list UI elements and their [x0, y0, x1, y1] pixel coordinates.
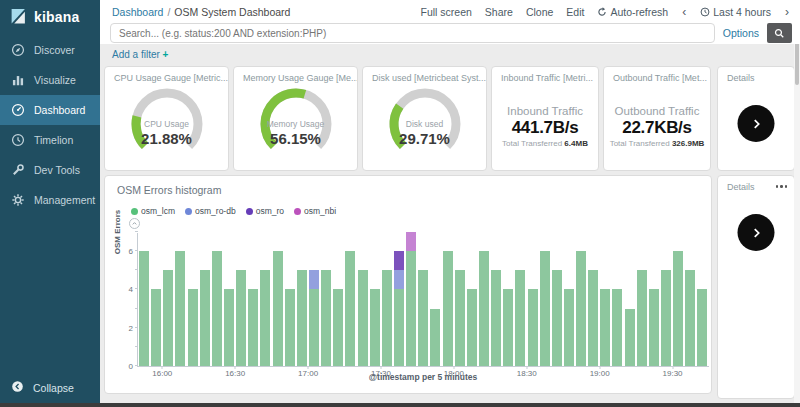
search-options-link[interactable]: Options	[723, 27, 759, 39]
histogram-bar[interactable]	[637, 270, 647, 366]
histogram-bar[interactable]	[236, 270, 246, 366]
y-tick-label: 0	[129, 362, 138, 371]
histogram-bar[interactable]	[188, 289, 198, 366]
legend-item-osm_ro-db[interactable]: osm_ro-db	[185, 206, 236, 216]
search-icon	[774, 28, 785, 39]
histogram-bar[interactable]	[248, 289, 258, 366]
histogram-bar[interactable]	[394, 251, 404, 366]
histogram-bar[interactable]	[515, 270, 525, 366]
plus-icon: +	[163, 49, 169, 60]
sidebar-item-visualize[interactable]: Visualize	[0, 65, 100, 95]
histogram-bar[interactable]	[260, 270, 270, 366]
histogram-bar[interactable]	[661, 270, 671, 366]
share-button[interactable]: Share	[485, 6, 513, 18]
toolbar: Full screen Share Clone Edit Auto-refres…	[421, 5, 791, 19]
histogram-bar[interactable]	[358, 270, 368, 366]
breadcrumb-separator: /	[163, 6, 174, 18]
histogram-bar[interactable]	[139, 251, 149, 366]
visualize-icon	[11, 73, 25, 87]
y-axis-label: OSM Errors	[113, 172, 122, 292]
disk-gauge-panel[interactable]: Disk used [Metricbeat Syst... Disk used …	[362, 66, 487, 171]
search-submit-button[interactable]	[767, 23, 792, 43]
histogram-bar[interactable]	[625, 309, 635, 366]
panel-title: Inbound Traffic [Metri...	[492, 67, 598, 83]
histogram-bar[interactable]	[491, 270, 501, 366]
sidebar-item-timelion[interactable]: Timelion	[0, 125, 100, 155]
histogram-bar[interactable]	[333, 289, 343, 366]
legend-item-osm_nbi[interactable]: osm_nbi	[294, 206, 336, 216]
histogram-bar[interactable]	[479, 251, 489, 366]
sidebar-item-management[interactable]: Management	[0, 185, 100, 215]
sidebar: kibana DiscoverVisualizeDashboardTimelio…	[0, 0, 100, 403]
top-bar: Dashboard/OSM System Dashboard Full scre…	[100, 0, 800, 44]
memory-gauge-panel[interactable]: Memory Usage Gauge [Me... Memory Usage 5…	[233, 66, 358, 171]
histogram-bar[interactable]	[151, 289, 161, 366]
legend-item-osm_ro[interactable]: osm_ro	[246, 206, 284, 216]
legend-item-osm_lcm[interactable]: osm_lcm	[131, 206, 175, 216]
sidebar-collapse-button[interactable]: Collapse	[0, 380, 100, 395]
add-filter-button[interactable]: Add a filter +	[112, 49, 168, 60]
histogram-bar[interactable]	[564, 289, 574, 366]
auto-refresh-button[interactable]: Auto-refresh	[597, 6, 668, 18]
histogram-bar[interactable]	[175, 251, 185, 366]
kibana-logo[interactable]: kibana	[0, 0, 100, 35]
histogram-bar[interactable]	[321, 270, 331, 366]
histogram-bar[interactable]	[370, 289, 380, 366]
panel-menu-icon[interactable]	[776, 185, 788, 188]
metric-value: 22.7KB/s	[604, 118, 710, 138]
histogram-bar[interactable]	[212, 251, 222, 366]
details-open-button[interactable]	[738, 105, 775, 142]
histogram-bar[interactable]	[455, 270, 465, 366]
sidebar-item-discover[interactable]: Discover	[0, 35, 100, 65]
histogram-bar[interactable]	[649, 289, 659, 366]
histogram-bar[interactable]	[285, 289, 295, 366]
histogram-bar[interactable]	[588, 270, 598, 366]
time-forward-button[interactable]: ›	[784, 5, 790, 19]
histogram-bar[interactable]	[406, 232, 416, 366]
histogram-bar[interactable]	[467, 289, 477, 366]
histogram-bar[interactable]	[224, 289, 234, 366]
window-scrollbar[interactable]	[794, 28, 800, 403]
inbound-traffic-panel[interactable]: Inbound Traffic [Metri... Inbound Traffi…	[491, 66, 599, 171]
histogram-bar[interactable]	[443, 251, 453, 366]
search-input[interactable]	[110, 23, 715, 43]
histogram-bar[interactable]	[503, 289, 513, 366]
sidebar-item-dashboard[interactable]: Dashboard	[0, 95, 100, 125]
histogram-bar[interactable]	[430, 309, 440, 366]
gauge-label: CPU Usage	[105, 119, 228, 129]
histogram-bar[interactable]	[200, 270, 210, 366]
histogram-bar[interactable]	[382, 270, 392, 366]
full-screen-button[interactable]: Full screen	[421, 6, 472, 18]
histogram-bar[interactable]	[673, 251, 683, 366]
cpu-gauge-panel[interactable]: CPU Usage Gauge [Metric... CPU Usage 21.…	[104, 66, 229, 171]
time-range-picker[interactable]: Last 4 hours	[700, 6, 771, 18]
panel-title: Details	[718, 176, 794, 192]
histogram-bar[interactable]	[163, 270, 173, 366]
sidebar-item-dev-tools[interactable]: Dev Tools	[0, 155, 100, 185]
x-axis-label: @timestamp per 5 minutes	[137, 372, 709, 382]
histogram-bar[interactable]	[345, 251, 355, 366]
outbound-traffic-panel[interactable]: Outbound Traffic [Met... Outbound Traffi…	[603, 66, 711, 171]
clone-button[interactable]: Clone	[526, 6, 553, 18]
breadcrumb-dashboard-link[interactable]: Dashboard	[112, 6, 163, 18]
legend-collapse-icon[interactable]	[129, 218, 140, 229]
histogram-bar[interactable]	[612, 289, 622, 366]
details-open-button[interactable]	[738, 214, 775, 251]
edit-button[interactable]: Edit	[566, 6, 584, 18]
histogram-bar[interactable]	[418, 270, 428, 366]
histogram-bar[interactable]	[576, 251, 586, 366]
histogram-bar[interactable]	[600, 289, 610, 366]
histogram-bar[interactable]	[297, 270, 307, 366]
bar-chart-plot[interactable]: 024616:0016:3017:0017:3018:0018:3019:001…	[137, 233, 709, 367]
chevron-right-icon	[749, 117, 763, 131]
histogram-bar[interactable]	[552, 270, 562, 366]
time-back-button[interactable]: ‹	[681, 5, 687, 19]
histogram-bar[interactable]	[540, 251, 550, 366]
histogram-bar[interactable]	[685, 270, 695, 366]
histogram-bar[interactable]	[309, 270, 319, 366]
histogram-bar[interactable]	[697, 289, 707, 366]
details-panel-top: Details	[717, 66, 795, 171]
histogram-bar[interactable]	[273, 251, 283, 366]
chart-legend: osm_lcmosm_ro-dbosm_roosm_nbi	[105, 196, 711, 216]
histogram-bar[interactable]	[528, 289, 538, 366]
